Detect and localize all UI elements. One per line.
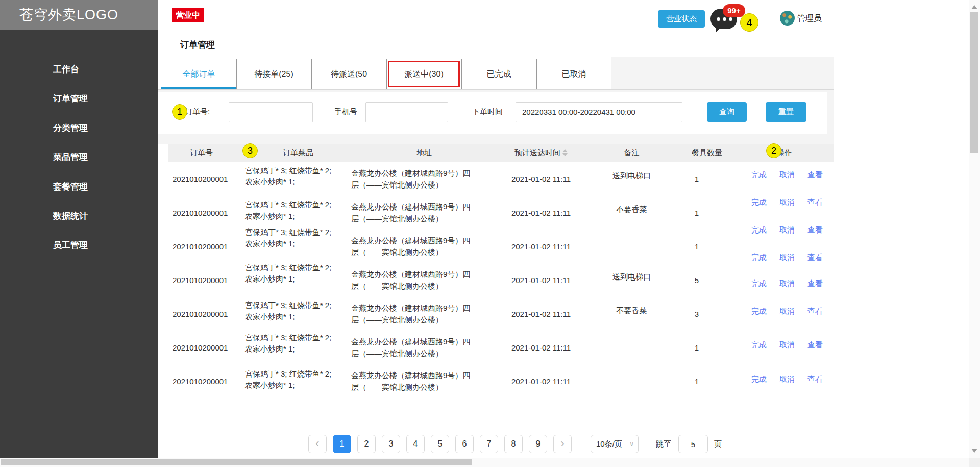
view-link[interactable]: 查看: [807, 340, 823, 350]
cancel-link[interactable]: 取消: [779, 253, 795, 263]
header-delivery-time[interactable]: 预计送达时间: [498, 148, 584, 158]
sort-caret-icon[interactable]: [562, 149, 568, 156]
cell-tableware-count: 5: [679, 276, 735, 285]
cell-dishes: 宫保鸡丁* 3; 红烧带鱼* 2; 农家小炒肉* 1;: [245, 332, 351, 355]
chat-dot-icon: [729, 17, 732, 21]
cell-delivery-time: 2021-01-02 11:11: [498, 208, 584, 217]
sidebar-item-categories[interactable]: 分类管理: [0, 113, 158, 143]
cell-order-no: 2021010200001: [168, 208, 245, 217]
view-link[interactable]: 查看: [807, 307, 823, 316]
tab-cancelled[interactable]: 已取消: [536, 59, 611, 89]
page-button-7[interactable]: 7: [480, 435, 498, 453]
orders-table-body: 2021010200001 宫保鸡丁* 3; 红烧带鱼* 2; 农家小炒肉* 1…: [168, 162, 834, 398]
sidebar-item-orders[interactable]: 订单管理: [0, 84, 158, 113]
cell-dishes: 宫保鸡丁* 3; 红烧带鱼* 2; 农家小炒肉* 1;: [245, 262, 351, 285]
annotation-circle-4: 4: [740, 13, 758, 32]
sidebar-item-statistics[interactable]: 数据统计: [0, 201, 158, 230]
tab-completed[interactable]: 已完成: [461, 59, 536, 89]
row-actions: 完成 取消 查看: [751, 225, 823, 235]
tab-pending-dispatch[interactable]: 待派送(50: [311, 59, 386, 89]
sidebar-item-employees[interactable]: 员工管理: [0, 230, 158, 260]
header-delivery-time-label: 预计送达时间: [514, 148, 560, 158]
scrollbar-corner: [969, 458, 980, 467]
page-button-1[interactable]: 1: [333, 435, 351, 453]
search-button[interactable]: 查询: [707, 102, 747, 122]
pagination: ‹ 1 2 3 4 5 6 7 8 9 › 10条/页 ∨ 跳至 页: [308, 435, 722, 453]
cell-dishes: 宫保鸡丁* 3; 红烧带鱼* 2; 农家小炒肉* 1;: [245, 368, 351, 391]
prev-page-button[interactable]: ‹: [308, 435, 327, 453]
cancel-link[interactable]: 取消: [779, 225, 795, 235]
tab-all-orders[interactable]: 全部订单: [161, 59, 236, 89]
cancel-link[interactable]: 取消: [779, 279, 795, 289]
order-no-input[interactable]: [229, 102, 313, 122]
annotation-circle-2: 2: [766, 143, 781, 158]
row-actions: 完成 取消 查看: [751, 198, 823, 207]
table-row: 2021010200001 宫保鸡丁* 3; 红烧带鱼* 2; 农家小炒肉* 1…: [168, 162, 834, 196]
cancel-link[interactable]: 取消: [779, 375, 795, 384]
phone-input[interactable]: [365, 102, 448, 122]
table-row: 2021010200001 宫保鸡丁* 3; 红烧带鱼* 2; 农家小炒肉* 1…: [168, 297, 834, 331]
view-link[interactable]: 查看: [807, 198, 823, 207]
order-status-tabs: 全部订单 待接单(25) 待派送(50 派送中(30) 已完成 已取消: [161, 59, 611, 89]
page-button-8[interactable]: 8: [504, 435, 523, 453]
page-button-3[interactable]: 3: [382, 435, 400, 453]
sidebar-item-setmeals[interactable]: 套餐管理: [0, 172, 158, 201]
view-link[interactable]: 查看: [807, 375, 823, 384]
view-link[interactable]: 查看: [807, 225, 823, 235]
page-size-select[interactable]: 10条/页 ∨: [591, 435, 639, 453]
complete-link[interactable]: 完成: [751, 340, 767, 350]
view-link[interactable]: 查看: [807, 170, 823, 180]
page-button-2[interactable]: 2: [357, 435, 376, 453]
cancel-link[interactable]: 取消: [779, 307, 795, 316]
chat-dot-icon: [723, 17, 726, 21]
annotation-circle-1: 1: [172, 104, 187, 120]
tab-pending-accept[interactable]: 待接单(25): [236, 59, 311, 89]
sidebar-item-workbench[interactable]: 工作台: [0, 55, 158, 84]
complete-link[interactable]: 完成: [751, 307, 767, 316]
page-title: 订单管理: [180, 39, 215, 51]
cancel-link[interactable]: 取消: [779, 198, 795, 207]
header-actions: 操作: [735, 148, 834, 158]
vertical-scrollbar-thumb[interactable]: [970, 12, 978, 153]
annotation-red-rectangle: [388, 61, 460, 87]
scroll-down-arrow-icon[interactable]: [971, 449, 977, 453]
chevron-down-icon: ∨: [629, 440, 634, 448]
view-link[interactable]: 查看: [807, 279, 823, 289]
cell-tableware-count: 1: [679, 377, 735, 386]
next-page-button[interactable]: ›: [553, 435, 572, 453]
reset-button[interactable]: 重置: [766, 102, 806, 122]
cancel-link[interactable]: 取消: [779, 170, 795, 180]
complete-link[interactable]: 完成: [751, 225, 767, 235]
complete-link[interactable]: 完成: [751, 279, 767, 289]
cell-delivery-time: 2021-01-02 11:11: [498, 242, 584, 251]
cell-tableware-count: 1: [679, 242, 735, 251]
cell-delivery-time: 2021-01-02 11:11: [498, 276, 584, 285]
page-button-9[interactable]: 9: [529, 435, 547, 453]
complete-link[interactable]: 完成: [751, 170, 767, 180]
complete-link[interactable]: 完成: [751, 375, 767, 384]
row-actions: 完成 取消 查看: [751, 307, 823, 316]
row-actions: 完成 取消 查看: [751, 340, 823, 350]
view-link[interactable]: 查看: [807, 253, 823, 263]
header-dishes: 订单菜品: [245, 148, 351, 158]
horizontal-scrollbar-thumb[interactable]: [1, 459, 472, 465]
cell-remark: 送到电梯口: [584, 171, 679, 181]
business-status-button[interactable]: 营业状态: [658, 10, 705, 28]
page-button-6[interactable]: 6: [455, 435, 474, 453]
complete-link[interactable]: 完成: [751, 253, 767, 263]
user-avatar[interactable]: [780, 11, 795, 26]
complete-link[interactable]: 完成: [751, 198, 767, 207]
cell-dishes: 宫保鸡丁* 3; 红烧带鱼* 2; 农家小炒肉* 1;: [245, 165, 351, 188]
cancel-link[interactable]: 取消: [779, 340, 795, 350]
header-remark: 备注: [584, 148, 679, 158]
page-button-4[interactable]: 4: [406, 435, 425, 453]
page-unit-label: 页: [714, 439, 722, 449]
jump-to-page-input[interactable]: [678, 435, 708, 453]
order-time-range-input[interactable]: [516, 102, 682, 122]
scroll-up-arrow-icon[interactable]: [971, 5, 977, 9]
sidebar-item-dishes[interactable]: 菜品管理: [0, 143, 158, 172]
cell-tableware-count: 1: [679, 208, 735, 217]
chat-bubble-tail-icon: [716, 26, 723, 33]
table-row: 2021010200001 宫保鸡丁* 3; 红烧带鱼* 2; 农家小炒肉* 1…: [168, 263, 834, 297]
page-button-5[interactable]: 5: [431, 435, 449, 453]
